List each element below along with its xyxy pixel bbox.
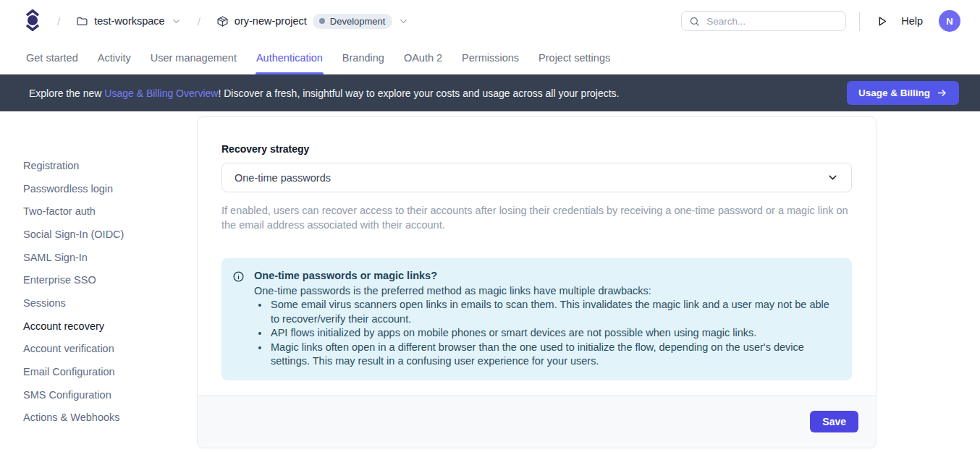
- account-recovery-form: Recovery strategy One-time passwords If …: [198, 117, 876, 395]
- info-callout-bullet: Some email virus scanners open links in …: [269, 298, 840, 326]
- play-icon: [876, 15, 888, 27]
- help-button[interactable]: Help: [901, 15, 923, 27]
- project-name: ory-new-project: [235, 15, 307, 27]
- usage-billing-overview-link[interactable]: Usage & Billing Overview: [104, 88, 218, 99]
- sidebar-item-account-recovery[interactable]: Account recovery: [23, 315, 197, 338]
- card-footer: Save: [198, 395, 876, 448]
- playground-button[interactable]: [873, 12, 891, 30]
- sidebar-item-saml-sign-in[interactable]: SAML Sign-In: [23, 246, 197, 269]
- recovery-strategy-label: Recovery strategy: [221, 143, 852, 155]
- usage-billing-button-label: Usage & Billing: [858, 88, 930, 98]
- topbar-actions: Help N: [681, 10, 960, 32]
- search-box[interactable]: [681, 11, 846, 31]
- arrow-right-icon: [937, 88, 947, 98]
- sidebar-item-enterprise-sso[interactable]: Enterprise SSO: [23, 268, 197, 291]
- banner-text-after: ! Discover a fresh, insightful way to ex…: [218, 88, 619, 99]
- breadcrumb-separator: /: [198, 15, 200, 27]
- sidebar-item-sessions[interactable]: Sessions: [23, 291, 197, 315]
- usage-billing-banner: Explore the new Usage & Billing Overview…: [0, 74, 980, 111]
- info-callout-intro: One-time passwords is the preferred meth…: [254, 284, 840, 299]
- info-callout-list: Some email virus scanners open links in …: [254, 298, 840, 369]
- usage-billing-button[interactable]: Usage & Billing: [847, 81, 959, 105]
- tab-project-settings[interactable]: Project settings: [538, 42, 610, 74]
- authentication-sidebar: Registration Passwordless login Two-fact…: [0, 111, 197, 452]
- workspace-switcher[interactable]: test-workspace: [76, 15, 182, 27]
- info-icon: [232, 270, 245, 369]
- save-button[interactable]: Save: [810, 411, 858, 432]
- ory-logo-icon[interactable]: [24, 9, 41, 33]
- sidebar-item-account-verification[interactable]: Account verification: [23, 338, 197, 361]
- breadcrumb-separator: /: [57, 15, 60, 27]
- info-callout: One-time passwords or magic links? One-t…: [221, 258, 852, 380]
- environment-badge: Development: [313, 14, 393, 29]
- recovery-strategy-select[interactable]: One-time passwords: [221, 163, 852, 192]
- recovery-strategy-description: If enabled, users can recover access to …: [221, 203, 852, 232]
- chevron-down-icon: [171, 16, 182, 27]
- sidebar-item-email-configuration[interactable]: Email Configuration: [23, 360, 197, 383]
- banner-text-before: Explore the new: [29, 88, 104, 99]
- tab-oauth2[interactable]: OAuth 2: [404, 42, 442, 74]
- workspace-name: test-workspace: [94, 15, 165, 27]
- sidebar-item-registration[interactable]: Registration: [23, 154, 197, 177]
- tab-get-started[interactable]: Get started: [26, 42, 78, 74]
- project-nav-tabs: Get started Activity User management Aut…: [0, 42, 980, 74]
- project-switcher[interactable]: ory-new-project Development: [216, 14, 410, 29]
- info-callout-bullet: Magic links often open in a different br…: [269, 341, 840, 369]
- chevron-down-icon: [398, 16, 409, 27]
- folder-icon: [76, 15, 88, 27]
- sidebar-item-two-factor-auth[interactable]: Two-factor auth: [23, 200, 197, 223]
- cube-icon: [216, 15, 229, 27]
- info-callout-title: One-time passwords or magic links?: [254, 269, 840, 283]
- environment-dot-icon: [319, 18, 325, 24]
- tab-authentication[interactable]: Authentication: [256, 42, 323, 74]
- recovery-strategy-selected-value: One-time passwords: [235, 172, 331, 184]
- search-icon: [689, 16, 700, 27]
- user-avatar[interactable]: N: [939, 10, 960, 32]
- tab-user-management[interactable]: User management: [151, 42, 237, 74]
- sidebar-item-actions-webhooks[interactable]: Actions & Webhooks: [23, 406, 197, 430]
- info-callout-bullet: API flows initialized by apps on mobile …: [269, 326, 840, 341]
- environment-label: Development: [330, 16, 386, 27]
- info-callout-content: One-time passwords or magic links? One-t…: [254, 269, 840, 369]
- account-recovery-card: Recovery strategy One-time passwords If …: [197, 116, 876, 448]
- search-input[interactable]: [706, 16, 838, 27]
- sidebar-item-social-sign-in[interactable]: Social Sign-In (OIDC): [23, 223, 197, 246]
- sidebar-item-passwordless-login[interactable]: Passwordless login: [23, 177, 197, 200]
- top-bar: / test-workspace / ory-new-project Devel…: [0, 0, 980, 42]
- page-body: Registration Passwordless login Two-fact…: [0, 111, 980, 452]
- sidebar-item-sms-configuration[interactable]: SMS Configuration: [23, 383, 197, 406]
- tab-branding[interactable]: Branding: [342, 42, 384, 74]
- topbar-divider: [859, 12, 860, 31]
- tab-activity[interactable]: Activity: [98, 42, 131, 74]
- tab-permissions[interactable]: Permissions: [462, 42, 519, 74]
- chevron-down-icon: [827, 171, 839, 184]
- banner-text: Explore the new Usage & Billing Overview…: [29, 88, 620, 99]
